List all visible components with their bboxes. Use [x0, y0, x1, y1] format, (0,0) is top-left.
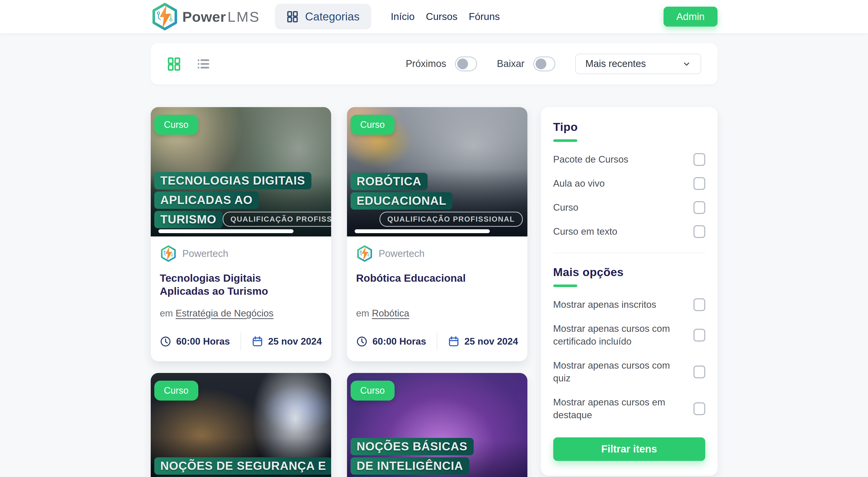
filter-option-label: Mostrar apenas cursos com certificado in…	[553, 322, 693, 348]
mais-opcoes-title-underline	[553, 284, 577, 287]
filter-option-label: Aula ao vivo	[553, 177, 612, 190]
view-mode-switch	[167, 57, 211, 71]
filter-option-certificado-incluido[interactable]: Mostrar apenas cursos com certificado in…	[553, 322, 705, 348]
checkbox[interactable]	[693, 298, 705, 311]
proximos-toggle[interactable]	[455, 57, 477, 71]
cover-progress-bar	[158, 229, 294, 233]
provider-row: Powertech	[356, 245, 518, 262]
course-date: 25 nov 2024	[252, 336, 322, 347]
brand-logo[interactable]: PowerLMS	[151, 3, 260, 31]
filter-items-button[interactable]: Filtrar itens	[553, 437, 705, 461]
proximos-toggle-label: Próximos	[406, 58, 446, 69]
cover-title-line: ROBÓTICA	[350, 173, 428, 190]
filter-option-label: Mostrar apenas cursos em destaque	[553, 396, 693, 421]
clock-icon	[160, 336, 171, 347]
category-prefix: em	[160, 308, 173, 318]
duration-text: 60:00 Horas	[373, 336, 426, 347]
nav-item-inicio[interactable]: Início	[391, 11, 414, 22]
page: PowerLMS Categorias Início Cursos Fóruns…	[0, 0, 868, 477]
course-card-nocoes-ia[interactable]: Curso NOÇÕES BÁSICAS DE INTELIGÊNCIA ART…	[347, 373, 527, 477]
course-card-footer: 60:00 Horas 25 nov 2024	[160, 333, 322, 350]
provider-row: Powertech	[160, 245, 322, 262]
grid-view-icon	[167, 57, 181, 71]
filter-option-apenas-inscritos[interactable]: Mostrar apenas inscritos	[553, 298, 705, 311]
cover-title-line: TURISMO	[154, 211, 223, 228]
nav-item-cursos[interactable]: Cursos	[426, 11, 458, 22]
powertech-logo-icon	[356, 245, 373, 262]
baixar-toggle-group: Baixar	[497, 57, 555, 71]
chevron-down-icon	[682, 60, 691, 68]
sort-select[interactable]: Mais recentes	[575, 54, 701, 74]
filters-sidebar: Tipo Pacote de Cursos Aula ao vivo Curso…	[541, 107, 717, 476]
proximos-toggle-group: Próximos	[406, 57, 477, 71]
filter-option-label: Pacote de Cursos	[553, 153, 635, 166]
brand-lms-text: LMS	[227, 9, 260, 25]
filter-option-em-destaque[interactable]: Mostrar apenas cursos em destaque	[553, 396, 705, 421]
filter-option-pacote-de-cursos[interactable]: Pacote de Cursos	[553, 153, 705, 166]
brand-name: PowerLMS	[182, 8, 260, 25]
filter-option-curso-em-texto[interactable]: Curso em texto	[553, 225, 705, 238]
course-title-link[interactable]: Tecnologias Digitais Aplicadas ao Turism…	[160, 272, 312, 302]
cover-progress-bar	[355, 229, 490, 233]
cover-title-block: TECNOLOGIAS DIGITAIS APLICADAS AO TURISM…	[154, 172, 327, 228]
course-card-tecnologias-digitais[interactable]: Curso TECNOLOGIAS DIGITAIS APLICADAS AO …	[151, 107, 331, 361]
filter-option-com-quiz[interactable]: Mostrar apenas cursos com quiz	[553, 359, 705, 385]
category-link[interactable]: Robótica	[372, 308, 409, 318]
footer-divider	[437, 333, 437, 350]
grid-view-button[interactable]	[167, 57, 181, 71]
cover-title-line: TECNOLOGIAS DIGITAIS	[154, 172, 311, 190]
course-grid: Curso TECNOLOGIAS DIGITAIS APLICADAS AO …	[151, 107, 527, 477]
course-date: 25 nov 2024	[448, 336, 518, 347]
qualification-tag: QUALIFICAÇÃO PROFISSIONAL	[223, 212, 331, 227]
checkbox[interactable]	[693, 329, 705, 342]
baixar-toggle-label: Baixar	[497, 58, 525, 69]
filter-option-aula-ao-vivo[interactable]: Aula ao vivo	[553, 177, 705, 190]
cover-title-block: NOÇÕES BÁSICAS DE INTELIGÊNCIA ARTIFICIA…	[350, 438, 523, 477]
course-cover-image: Curso ROBÓTICA EDUCACIONAL QUALIFICAÇÃO …	[347, 107, 527, 236]
filter-option-curso[interactable]: Curso	[553, 201, 705, 214]
course-card-robotica-educacional[interactable]: Curso ROBÓTICA EDUCACIONAL QUALIFICAÇÃO …	[347, 107, 527, 361]
powertech-logo-icon	[160, 245, 177, 262]
brand-power-text: Power	[182, 9, 226, 25]
checkbox[interactable]	[693, 201, 705, 214]
category-prefix: em	[356, 308, 369, 318]
cover-title-line: NOÇÕES DE SEGURANÇA E	[154, 457, 331, 475]
category-link[interactable]: Estratégia de Negócios	[176, 308, 274, 318]
baixar-toggle[interactable]	[533, 57, 555, 71]
nav-item-foruns[interactable]: Fóruns	[469, 11, 500, 22]
cover-title-line: NOÇÕES BÁSICAS	[350, 438, 474, 455]
toggle-knob	[535, 59, 546, 69]
admin-button[interactable]: Admin	[663, 7, 717, 27]
list-view-button[interactable]	[197, 57, 211, 71]
course-card-body: Powertech Tecnologias Digitais Aplicadas…	[151, 236, 331, 361]
course-card-nocoes-seguranca[interactable]: Curso NOÇÕES DE SEGURANÇA E AUDITORIA DA…	[151, 373, 331, 477]
cover-title-line: EDUCACIONAL	[350, 192, 453, 210]
cover-title-line: DE INTELIGÊNCIA	[350, 457, 469, 475]
course-duration: 60:00 Horas	[160, 336, 230, 347]
checkbox[interactable]	[693, 177, 705, 190]
course-card-body: Powertech Robótica Educacional em Robóti…	[347, 236, 527, 361]
sidebar-divider	[553, 253, 705, 253]
date-text: 25 nov 2024	[464, 336, 518, 347]
cover-title-block: NOÇÕES DE SEGURANÇA E AUDITORIA DA INFOR…	[154, 457, 327, 477]
checkbox[interactable]	[693, 402, 705, 415]
calendar-icon	[448, 336, 459, 347]
qualification-tag: QUALIFICAÇÃO PROFISSIONAL	[379, 212, 523, 227]
provider-name: Powertech	[379, 248, 425, 259]
checkbox[interactable]	[693, 366, 705, 378]
checkbox[interactable]	[693, 153, 705, 166]
tipo-title-underline	[553, 139, 577, 142]
checkbox[interactable]	[693, 225, 705, 238]
categories-button[interactable]: Categorias	[275, 4, 371, 29]
toggle-knob	[457, 59, 468, 69]
categories-grid-icon	[287, 11, 299, 23]
course-type-badge: Curso	[350, 115, 395, 135]
course-title-link[interactable]: Robótica Educacional	[356, 272, 508, 302]
cover-title-block: ROBÓTICA EDUCACIONAL QUALIFICAÇÃO PROFIS…	[350, 173, 523, 228]
course-type-badge: Curso	[154, 115, 198, 135]
filter-toolbar: Próximos Baixar Mais recentes	[151, 43, 717, 84]
provider-name: Powertech	[182, 248, 228, 259]
power-lms-logo-icon	[151, 3, 179, 31]
date-text: 25 nov 2024	[268, 336, 322, 347]
sort-select-value: Mais recentes	[586, 58, 646, 69]
